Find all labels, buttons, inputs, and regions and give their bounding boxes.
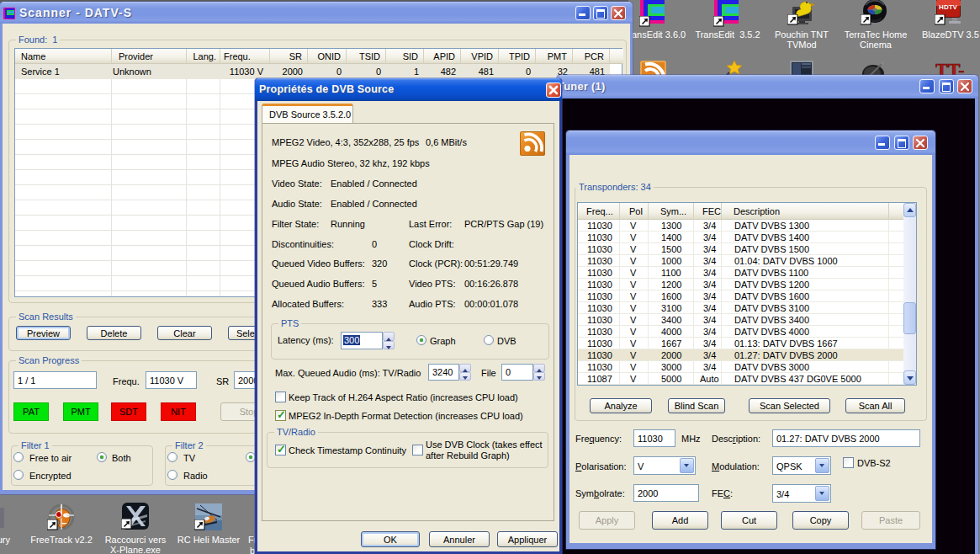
svg-text:HDTV: HDTV	[939, 3, 957, 11]
